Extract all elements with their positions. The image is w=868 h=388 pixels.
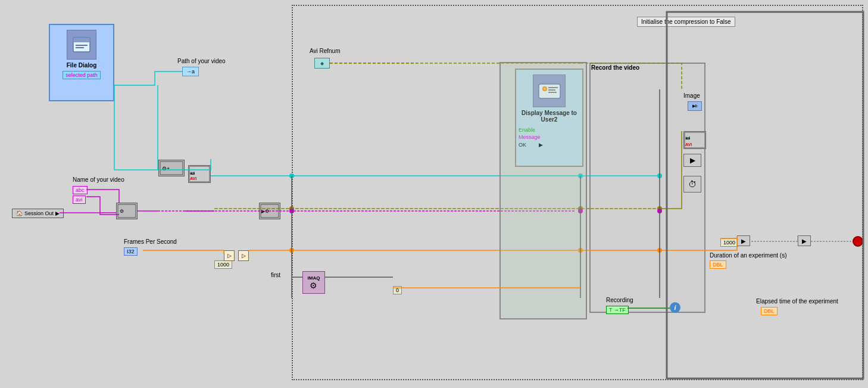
div-node-2[interactable]: ▷ [238,250,249,261]
record-frame-label: Record the video [591,64,639,71]
recording-label: Recording [606,297,633,303]
name-value: abc [73,186,88,194]
info-icon: i [670,302,680,313]
svg-text:AVI: AVI [685,142,692,147]
duration-label: Duration of an experiment (s) [710,252,787,259]
avi-node-path[interactable]: 📷 AVI [188,165,211,183]
compare-node-1[interactable]: ▶ [737,235,750,246]
func-node-2[interactable]: ⚙ [116,203,138,219]
image-label: Image [683,92,700,99]
func-node-1[interactable]: ⚙+ [158,160,185,176]
avi-refnum-label: Avi Refnum [310,48,341,54]
file-dialog-node[interactable]: File Dialog selected path [49,24,114,101]
svg-text:AVI: AVI [190,176,196,181]
selected-path-badge: selected path [63,71,101,79]
block-diagram-canvas: Initialise the compression to False File… [0,0,868,388]
display-msg-title: Display Message to User2 [516,110,582,123]
file-dialog-icon [67,30,96,60]
tf-node: T →TF [606,306,629,314]
svg-rect-2 [76,45,88,46]
fps-label: Frames Per Second [124,238,177,245]
display-msg-node[interactable]: Display Message to User2 Enable Message … [515,69,583,167]
init-label: Initialise the compression to False [637,17,735,27]
div-node-1[interactable]: ▷ [224,250,235,261]
dbl-2: DBL [761,307,778,315]
svg-rect-1 [73,38,90,42]
file-dialog-label: File Dialog [67,62,97,69]
const-1000-2: 1000 [720,238,738,247]
session-out-terminal: 🏠 Session Out ▶ [12,209,64,218]
display-msg-message: Message [516,134,541,140]
fps-value: I32 [124,247,138,256]
path-label: Path of your video [177,58,226,64]
name-ext: avi [73,195,86,204]
name-label: Name of your video [73,176,124,183]
display-msg-ok: OK ▶ [516,142,543,148]
stop-circle[interactable] [853,236,863,247]
elapsed-label: Elapsed time of the experiment [756,298,838,305]
path-node: →a [182,67,199,76]
avi-write-node[interactable]: 📷 AVI [683,131,706,149]
main-frame [292,5,863,380]
func-node-3[interactable]: ▶⚙ [259,203,280,219]
dbl-1: DBL [710,260,726,269]
svg-rect-4 [539,84,560,98]
svg-point-6 [544,88,546,90]
svg-text:▶⚙: ▶⚙ [261,209,269,214]
first-label: first [271,272,280,278]
avi-refnum-node: ◆ [314,58,330,69]
svg-text:⚙+: ⚙+ [162,166,170,172]
image-node: ▶b [688,101,702,111]
display-msg-icon [533,75,566,107]
display-msg-enable: Enable [516,127,535,133]
svg-text:📷: 📷 [190,170,195,175]
const-1000-1: 1000 [214,260,232,269]
zero-const: 0 [393,286,402,294]
play-node[interactable]: ▶ [683,154,701,167]
timer-node[interactable]: ⏱ [683,176,701,193]
svg-text:📷: 📷 [685,135,691,140]
svg-rect-3 [76,47,84,48]
imaq-node: IMAQ ⚙ [302,271,325,294]
svg-text:⚙: ⚙ [120,209,124,214]
compare-node-2[interactable]: ▶ [798,235,811,246]
